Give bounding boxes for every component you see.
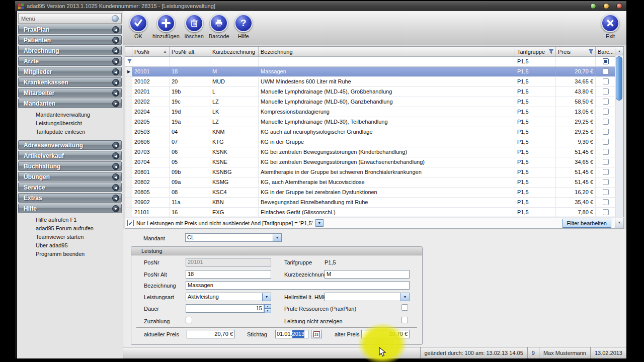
sidebar-item-patienten[interactable]: Patienten◀	[18, 35, 122, 45]
barcode-checkbox[interactable]	[603, 78, 609, 84]
filter-cell[interactable]	[210, 57, 259, 66]
table-row[interactable]: 2010220MUDUWM Mindestens 600 Liter mit R…	[125, 77, 623, 87]
table-row[interactable]: 2020519aLZManuelle Lymphdrainage (MLD-30…	[125, 117, 623, 127]
filter-icon[interactable]	[549, 49, 553, 55]
table-row[interactable]: 2080209aKSMGKG, auch Atemtherapie bei Mu…	[125, 177, 623, 188]
sidebar-item-extras[interactable]: Extras◀	[18, 193, 122, 203]
window-maximize-button[interactable]	[603, 3, 609, 9]
menu-orb-icon[interactable]	[112, 15, 119, 22]
column-header-tarifgruppe[interactable]: Tarifgruppe	[515, 47, 556, 56]
barcode-checkbox[interactable]	[603, 169, 609, 175]
scroll-thumb[interactable]	[616, 56, 622, 101]
column-header-posnr[interactable]: PosNr▲	[132, 47, 170, 56]
barcode-checkbox[interactable]	[603, 68, 609, 74]
dropdown-arrow-icon[interactable]: ▼	[273, 234, 281, 241]
table-row[interactable]: 2070405KSNEKG bei zentralen Bewegungsstö…	[125, 157, 623, 167]
sidebar-item-krankenkassen[interactable]: Krankenkassen◀	[18, 77, 122, 87]
column-header-preis[interactable]: Preis	[556, 47, 596, 56]
ok-button[interactable]: OK	[129, 14, 147, 39]
exit-button[interactable]: Exit	[601, 14, 619, 39]
barcode-checkbox[interactable]	[603, 199, 609, 205]
filter-edit-button[interactable]: Filter bearbeiten	[562, 219, 612, 228]
sidebar-item-bungen[interactable]: Übungen◀	[18, 172, 122, 182]
barcode-filter-checkbox[interactable]	[603, 58, 609, 64]
barcode-checkbox[interactable]	[603, 189, 609, 195]
barcode-checkbox[interactable]	[603, 99, 609, 105]
sidebar-subitem-ber-adad95[interactable]: Über adad95	[18, 241, 122, 250]
zuzahlung-checkbox[interactable]	[186, 317, 192, 323]
filter-cell[interactable]	[556, 57, 596, 66]
column-header-kurzbezeichnung[interactable]: Kurzbezeichnung	[210, 47, 259, 56]
spin-down-icon[interactable]: ▼	[264, 309, 271, 313]
calendar-button[interactable]: 23	[311, 330, 322, 338]
pruefe-ressourcen-checkbox[interactable]	[401, 304, 408, 311]
table-row[interactable]: 2090211aKBNBewegungsbad Einzelbehandlung…	[125, 198, 623, 208]
dropdown-arrow-icon[interactable]: ▼	[400, 293, 409, 301]
filter-dropdown-arrow-icon[interactable]: ▼	[315, 219, 324, 227]
table-row[interactable]: 2080508KSC4KG in der Gruppe bei zerebral…	[125, 188, 623, 198]
filter-enabled-checkbox[interactable]: ✓	[127, 220, 134, 226]
sidebar-subitem-programm-beenden[interactable]: Programm beenden	[18, 250, 122, 258]
filter-cell[interactable]	[170, 57, 210, 66]
table-row[interactable]: 2050304KNMKG auch auf neurophysiologisch…	[125, 127, 623, 137]
barcode-button[interactable]: Barcode	[209, 14, 229, 39]
help-button[interactable]: ? Hilfe	[234, 14, 253, 39]
sidebar-subitem-hilfe-aufrufen-f1[interactable]: Hilfe aufrufen F1	[18, 216, 122, 224]
dropdown-arrow-icon[interactable]: ▼	[262, 293, 271, 301]
filter-cell[interactable]	[596, 57, 616, 66]
table-row[interactable]: 2020219cLZManuelle Lymphdrainage (MLD-60…	[125, 97, 623, 107]
delete-button[interactable]: löschen	[185, 14, 204, 39]
column-header-bezeichnung[interactable]: Bezeichnung	[259, 47, 515, 56]
table-filter-row[interactable]: P1,5	[125, 57, 623, 67]
sidebar-item-artikelverkauf[interactable]: Artikelverkauf◀	[18, 151, 122, 160]
barcode-checkbox[interactable]	[603, 109, 609, 115]
dauer-spinner[interactable]: ▲ ▼	[264, 304, 271, 313]
alter-preis-field[interactable]: 20,70 €	[361, 330, 410, 338]
table-row[interactable]: 2020419dLKKompressionsbandagierungP1,513…	[125, 107, 623, 117]
column-header-barc[interactable]: Barc...	[596, 47, 616, 56]
filter-icon[interactable]	[589, 49, 593, 55]
sidebar-subitem-mandantenverwaltung[interactable]: Mandantenverwaltung	[18, 111, 122, 119]
aktueller-preis-field[interactable]: 20,70 €	[187, 330, 235, 338]
sidebar-item-mandanten[interactable]: Mandanten▼	[18, 99, 122, 108]
sidebar-subitem-leistungs-bersicht[interactable]: Leistungsübersicht	[18, 119, 122, 128]
table-row[interactable]: 2020119bLManuelle Lymphdrainage (MLD-45)…	[125, 87, 623, 97]
heilmittel-select[interactable]: ▼	[325, 293, 410, 301]
stichtag-field[interactable]: 01.01.2013	[275, 330, 308, 338]
window-close-button[interactable]	[616, 3, 622, 9]
barcode-checkbox[interactable]	[603, 159, 609, 165]
dauer-field[interactable]: 15	[186, 304, 264, 313]
filter-cell[interactable]	[259, 57, 515, 66]
sidebar-item-mitarbeiter[interactable]: Mitarbeiter◀	[18, 88, 122, 98]
barcode-checkbox[interactable]	[603, 149, 609, 155]
table-row[interactable]: 2080109bKSNBGAtemtherapie in der Gruppe …	[125, 167, 623, 177]
barcode-checkbox[interactable]	[603, 88, 609, 95]
filter-cell[interactable]	[132, 57, 170, 66]
sidebar-item-adressenverwaltung[interactable]: Adressenverwaltung◀	[18, 140, 122, 150]
nicht-anzeigen-checkbox[interactable]	[401, 317, 408, 323]
leistungsart-select[interactable]: Aktivleistung ▼	[186, 293, 271, 301]
filter-cell[interactable]: P1,5	[515, 57, 556, 66]
sidebar-item-abrechnung[interactable]: Abrechnung◀	[18, 46, 122, 55]
table-row[interactable]: ▶2010118MMassagenP1,520,70 €	[125, 67, 623, 77]
scroll-up-icon[interactable]: ▲	[615, 47, 623, 55]
sidebar-item-praxplan[interactable]: PraxPlan◀	[18, 25, 122, 34]
add-button[interactable]: hinzufügen	[152, 14, 180, 39]
sidebar-item-service[interactable]: Service◀	[18, 183, 122, 192]
bezeichnung-field[interactable]: Massagen	[186, 281, 410, 290]
sidebar-item-rzte[interactable]: Ärzte◀	[18, 56, 122, 66]
sidebar-item-buchhaltung[interactable]: Buchhaltung◀	[18, 161, 122, 171]
barcode-checkbox[interactable]	[603, 209, 609, 215]
posnr-alt-field[interactable]: 18	[186, 270, 271, 279]
sidebar-item-hilfe[interactable]: Hilfe▼	[18, 204, 122, 213]
kurzbezeichnung-field[interactable]: M	[325, 270, 410, 279]
scroll-down-icon[interactable]: ▼	[615, 218, 623, 228]
vertical-scrollbar[interactable]: ▲	[615, 47, 623, 217]
barcode-checkbox[interactable]	[603, 129, 609, 135]
sidebar-subitem-adad95-forum-aufrufen[interactable]: adad95 Forum aufrufen	[18, 224, 122, 233]
column-header-posnr-alt[interactable]: PosNr alt	[170, 47, 210, 56]
sidebar-subitem-teamviewer-starten[interactable]: Teamviewer starten	[18, 233, 122, 241]
barcode-checkbox[interactable]	[603, 119, 609, 125]
sidebar-subitem-tarifupdate-einlesen[interactable]: Tarifupdate einlesen	[18, 128, 122, 136]
sidebar-item-mitglieder[interactable]: Mitglieder◀	[18, 67, 122, 76]
